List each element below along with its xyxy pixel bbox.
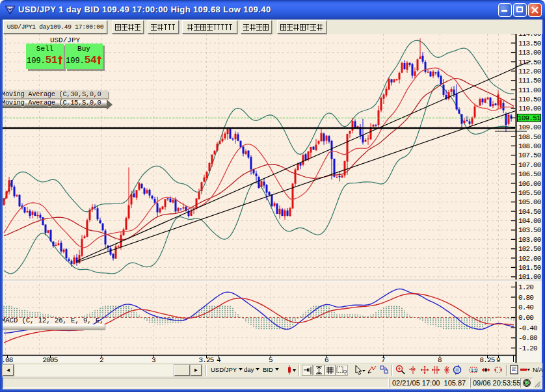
svg-text:1.20: 1.20 [518,283,533,291]
svg-text:108.50: 108.50 [518,133,541,141]
svg-text:104.00: 104.00 [518,217,541,225]
svg-text:-0.80: -0.80 [518,334,537,342]
svg-text:0.00: 0.00 [518,314,533,322]
svg-text:106.00: 106.00 [518,180,541,188]
svg-text:110.00: 110.00 [518,105,541,112]
svg-text:111.50: 111.50 [518,77,541,85]
svg-text:113.00: 113.00 [518,49,541,57]
svg-text:102.00: 102.00 [518,255,541,263]
svg-text:-0.40: -0.40 [518,324,537,332]
svg-text:103.00: 103.00 [518,236,541,244]
svg-text:Q: Q [343,369,347,374]
svg-text:106.50: 106.50 [518,170,541,178]
svg-text:107.50: 107.50 [518,151,541,159]
svg-text:-1.20: -1.20 [518,345,537,352]
svg-text:112.00: 112.00 [518,68,541,75]
svg-text:112.50: 112.50 [518,59,541,66]
svg-text:105.50: 105.50 [518,189,541,197]
svg-text:109.51: 109.51 [518,114,541,122]
svg-text:113.50: 113.50 [518,40,541,47]
svg-text:111.00: 111.00 [518,86,541,94]
svg-text:107.00: 107.00 [518,161,541,169]
svg-text:104.50: 104.50 [518,208,541,216]
svg-text:105.00: 105.00 [518,198,541,206]
svg-text:1:1: 1:1 [471,368,477,372]
svg-text:110.50: 110.50 [518,96,541,103]
svg-text:103.50: 103.50 [518,226,541,234]
svg-text:0.40: 0.40 [518,304,533,311]
svg-text:101.50: 101.50 [518,264,541,272]
svg-text:102.50: 102.50 [518,245,541,253]
svg-text:109.00: 109.00 [518,124,541,131]
svg-text:108.00: 108.00 [518,142,541,150]
svg-text:0.80: 0.80 [518,294,533,302]
